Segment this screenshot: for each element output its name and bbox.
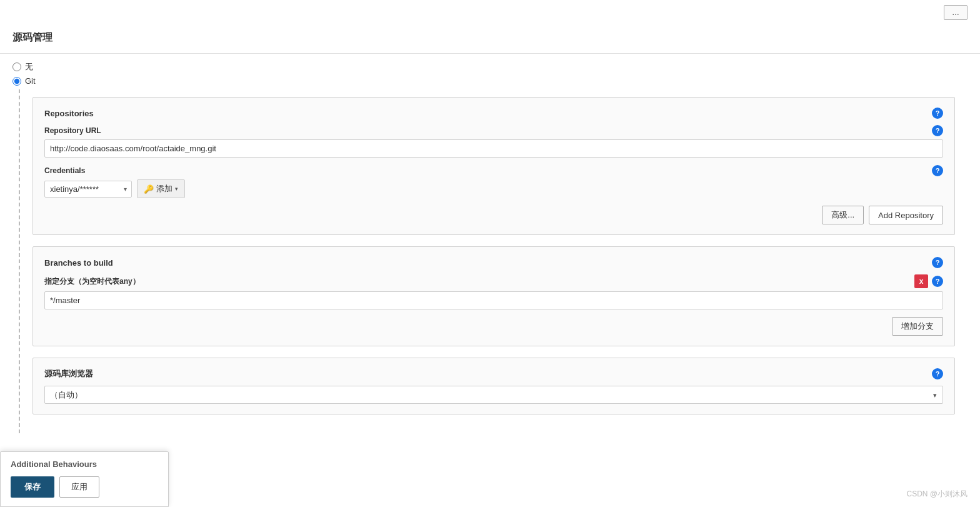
add-credentials-label: 添加 [156, 183, 172, 194]
radio-git-label: Git [25, 76, 36, 86]
add-credentials-button[interactable]: 🔑 添加 ▾ [137, 179, 185, 198]
credentials-label: Credentials [44, 166, 85, 175]
radio-git-input[interactable] [12, 77, 21, 86]
source-browser-select[interactable]: （自动） 其他 [44, 386, 943, 404]
page-title: 源码管理 [0, 20, 980, 54]
branches-label: Branches to build [44, 258, 113, 268]
repositories-help-icon[interactable]: ? [932, 108, 943, 119]
branch-remove-button[interactable]: x [914, 274, 928, 288]
branch-field-help-icon[interactable]: ? [932, 276, 943, 287]
advanced-button[interactable]: 高级... [822, 206, 864, 224]
additional-behaviours-panel: Additional Behaviours 保存 应用 [0, 451, 169, 507]
source-browser-label: 源码库浏览器 [44, 368, 93, 379]
add-branch-button[interactable]: 增加分支 [892, 317, 943, 336]
radio-none-label: 无 [25, 61, 33, 73]
repo-url-help-icon[interactable]: ? [932, 125, 943, 136]
branches-help-icon[interactable]: ? [932, 257, 943, 268]
radio-none-input[interactable] [12, 63, 21, 71]
radio-none[interactable]: 无 [12, 61, 968, 73]
save-button[interactable]: 保存 [11, 476, 54, 498]
credentials-help-icon[interactable]: ? [932, 165, 943, 176]
source-browser-help-icon[interactable]: ? [932, 368, 943, 379]
key-icon: 🔑 [144, 184, 154, 194]
repo-url-input[interactable] [44, 139, 943, 158]
top-right-button[interactable]: … [944, 5, 968, 20]
radio-git[interactable]: Git [12, 76, 968, 86]
branch-field-label: 指定分支（为空时代表any） [44, 276, 140, 287]
watermark: CSDN @小则沐风 [906, 489, 968, 499]
repo-url-label: Repository URL [44, 126, 101, 135]
add-credentials-arrow: ▾ [175, 186, 178, 192]
apply-button[interactable]: 应用 [59, 476, 99, 498]
add-repository-button[interactable]: Add Repository [869, 206, 943, 224]
additional-behaviours-title: Additional Behaviours [11, 459, 158, 469]
credentials-select[interactable]: xietinya/****** - none - [44, 181, 132, 198]
branch-input[interactable] [44, 291, 943, 309]
repositories-label: Repositories [44, 109, 94, 118]
